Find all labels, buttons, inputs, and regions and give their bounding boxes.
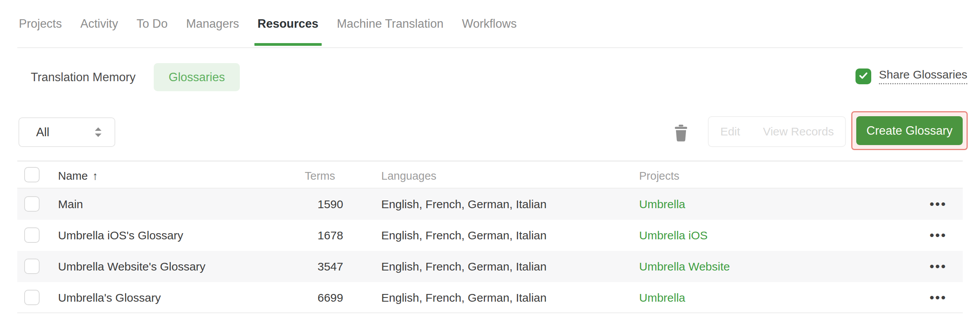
table-row: Umbrella iOS's Glossary 1678 English, Fr… <box>17 220 963 251</box>
glossary-terms-count: 6699 <box>248 282 343 313</box>
project-link[interactable]: Umbrella Website <box>639 251 730 282</box>
create-glossary-highlight-box: Create Glossary <box>851 111 968 150</box>
trash-icon <box>674 124 688 143</box>
glossary-filter-select[interactable]: All <box>18 117 115 147</box>
create-glossary-button[interactable]: Create Glossary <box>856 116 963 145</box>
selection-actions-group: Edit View Records <box>708 116 846 147</box>
subtab-glossaries[interactable]: Glossaries <box>154 63 240 91</box>
sort-ascending-icon: ↑ <box>92 170 98 182</box>
subtab-translation-memory[interactable]: Translation Memory <box>31 70 136 84</box>
project-link[interactable]: Umbrella iOS <box>639 220 708 251</box>
glossary-name: Umbrella iOS's Glossary <box>58 220 183 251</box>
row-menu-button[interactable]: ••• <box>923 282 953 313</box>
resources-subnav: Translation Memory Glossaries <box>31 63 240 91</box>
tab-to-do[interactable]: To Do <box>136 17 168 31</box>
tab-resources[interactable]: Resources <box>257 17 319 31</box>
nav-divider <box>17 47 963 48</box>
glossary-name: Umbrella's Glossary <box>58 282 161 313</box>
top-navigation: Projects Activity To Do Managers Resourc… <box>19 17 517 31</box>
tab-projects[interactable]: Projects <box>19 17 62 31</box>
select-all-checkbox[interactable] <box>24 167 40 182</box>
column-header-terms[interactable]: Terms <box>305 162 335 188</box>
column-header-languages[interactable]: Languages <box>381 162 437 188</box>
glossary-table-header: Name↑ Terms Languages Projects <box>17 162 963 189</box>
glossaries-page: Projects Activity To Do Managers Resourc… <box>0 0 980 334</box>
row-checkbox[interactable] <box>24 196 40 212</box>
glossary-table-body: Main 1590 English, French, German, Itali… <box>17 189 963 313</box>
row-checkbox[interactable] <box>24 290 40 305</box>
row-menu-button[interactable]: ••• <box>923 220 953 251</box>
tab-resources-label: Resources <box>257 17 319 30</box>
glossary-languages: English, French, German, Italian <box>381 220 546 251</box>
tab-managers[interactable]: Managers <box>186 17 239 31</box>
share-glossaries-control[interactable]: Share Glossaries <box>855 68 967 84</box>
tab-workflows[interactable]: Workflows <box>462 17 517 31</box>
glossary-name: Umbrella Website's Glossary <box>58 251 206 282</box>
table-row: Umbrella Website's Glossary 3547 English… <box>17 251 963 282</box>
glossary-name: Main <box>58 189 83 220</box>
row-checkbox[interactable] <box>24 259 40 274</box>
share-glossaries-checkbox[interactable] <box>855 68 871 84</box>
project-link[interactable]: Umbrella <box>639 282 685 313</box>
glossary-terms-count: 1678 <box>248 220 343 251</box>
row-menu-button[interactable]: ••• <box>923 251 953 282</box>
project-link[interactable]: Umbrella <box>639 189 685 220</box>
table-row: Umbrella's Glossary 6699 English, French… <box>17 282 963 313</box>
row-menu-button[interactable]: ••• <box>923 189 953 220</box>
glossary-terms-count: 1590 <box>248 189 343 220</box>
column-header-projects[interactable]: Projects <box>639 162 679 188</box>
sort-arrows-icon <box>93 126 103 138</box>
table-row: Main 1590 English, French, German, Itali… <box>17 189 963 220</box>
active-tab-underline <box>254 43 322 46</box>
check-icon <box>858 70 869 82</box>
glossary-languages: English, French, German, Italian <box>381 282 546 313</box>
view-records-button[interactable]: View Records <box>752 117 845 146</box>
row-checkbox[interactable] <box>24 227 40 243</box>
glossary-languages: English, French, German, Italian <box>381 189 546 220</box>
column-header-name[interactable]: Name↑ <box>58 162 98 188</box>
edit-button[interactable]: Edit <box>709 117 752 146</box>
tab-machine-translation[interactable]: Machine Translation <box>337 17 443 31</box>
tab-activity[interactable]: Activity <box>80 17 118 31</box>
share-glossaries-label: Share Glossaries <box>879 68 967 84</box>
filter-selected-value: All <box>36 125 93 139</box>
column-header-name-label: Name <box>58 170 88 182</box>
glossary-terms-count: 3547 <box>248 251 343 282</box>
delete-glossary-button[interactable] <box>674 125 688 142</box>
glossary-languages: English, French, German, Italian <box>381 251 546 282</box>
